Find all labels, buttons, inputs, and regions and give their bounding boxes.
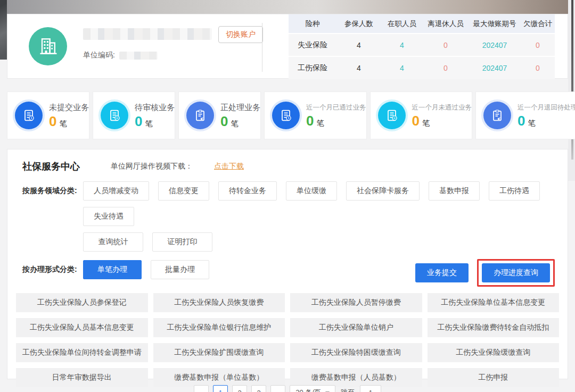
card-unit: 笔 [59,119,67,129]
pagination: ‹ 1 2 3 › 20 条/页 跳至 [0,385,575,392]
company-code-label: 单位编码: [83,51,115,60]
cell-arrears: 0 [521,34,555,56]
cell-max-period: 202407 [469,56,521,79]
domain-button[interactable]: 社会保障卡服务 [346,181,420,201]
service-button[interactable]: 工伤失业保险缴费待转金自动抵扣 [428,318,560,337]
domain-button[interactable]: 单位缓缴 [286,181,337,201]
cell-insurance-type: 失业保险 [289,34,336,56]
domain-filter-label: 按服务领域分类: [22,181,83,196]
service-button[interactable]: 工伤失业保险单位基本信息变更 [428,293,560,312]
service-button[interactable]: 缴费基数申报（单位基数） [153,368,285,387]
table-row: 工伤保险 4 4 0 202407 0 [289,56,555,79]
progress-query-button[interactable]: 办理进度查询 [482,263,550,282]
jump-page-input[interactable] [360,385,381,392]
card-count: 0 [518,114,525,128]
jump-to-label: 跳至 [341,385,355,392]
cell-retired-count: 0 [423,56,469,79]
cell-arrears: 0 [521,56,555,79]
card-unit: 笔 [231,119,238,129]
col-header: 离退休人员 [423,14,469,34]
domain-button[interactable]: 证明打印 [152,232,212,252]
card-rejected-month[interactable]: 近一个月未通过业务 0笔 [370,91,473,139]
section-title: 社保服务中心 [22,160,80,173]
service-button[interactable]: 缴费基数申报（人员基数） [290,368,422,387]
clipboard-arrow-icon [186,102,214,129]
card-label: 待审核业务 [135,103,175,113]
cell-max-period: 202407 [469,34,521,56]
card-label: 未提交业务 [49,103,89,113]
cell-insured-count: 4 [336,56,381,79]
page-button-1[interactable]: 1 [213,385,228,392]
company-code-redacted [119,52,158,60]
card-processing[interactable]: 正处理业务 0笔 [178,91,261,139]
domain-button[interactable]: 信息变更 [158,181,209,201]
domain-button[interactable]: 人员增减变动 [83,181,149,201]
service-button[interactable]: 工伤失业保险单位间待转金调整申请 [16,343,148,362]
service-button[interactable]: 工伤失业保险人员暂停缴费 [290,293,422,312]
card-unsubmitted[interactable]: 未提交业务 0笔 [7,91,89,139]
service-button[interactable]: 工伤失业保险缓缴查询 [428,343,560,362]
services-grid: 工伤失业保险人员参保登记 工伤失业保险人员恢复缴费 工伤失业保险人员暂停缴费 工… [16,293,559,392]
mode-button-single[interactable]: 单笔办理 [83,260,142,279]
service-center-panel: 社保服务中心 单位网厅操作视频下载： 点击下载 按服务领域分类: 人员增减变动 … [7,149,568,379]
mode-button-batch[interactable]: 批量办理 [151,260,209,279]
table-row: 失业保险 4 4 0 202407 0 [289,34,555,56]
card-pending-review[interactable]: 待审核业务 0笔 [93,91,175,139]
company-name-redacted [83,28,212,40]
company-panel: 切换账户 单位编码: 险种 参保人数 在职人员 离退休人员 最大做账期号 欠缴合… [7,14,568,79]
card-count: 0 [135,114,142,128]
submit-business-button[interactable]: 业务提交 [415,263,469,282]
prev-page-button[interactable]: ‹ [194,385,209,392]
table-header-row: 险种 参保人数 在职人员 离退休人员 最大做账期号 欠缴合计 [289,14,555,34]
card-unit: 笔 [145,119,152,129]
document-minus-icon [378,102,406,129]
card-label: 近一个月未通过业务 [412,103,472,112]
card-passed-month[interactable]: 近一个月已通过业务 0笔 [264,91,367,139]
service-button[interactable]: 工伤失业保险人员基本信息变更 [16,318,148,337]
domain-button[interactable]: 失业待遇 [83,207,134,226]
domain-button[interactable]: 工伤待遇 [489,181,540,201]
service-button[interactable]: 日常年审数据导出 [16,368,148,387]
col-header: 险种 [289,14,336,34]
card-unit: 笔 [316,119,324,128]
domain-button[interactable]: 基数申报 [429,181,480,201]
service-button[interactable]: 工伤失业保险单位销户 [290,318,422,337]
annotation-red-box: 办理进度查询 [477,259,555,287]
page-size-select[interactable]: 20 条/页 [290,385,335,392]
service-button[interactable]: 工伤失业保险单位银行信息维护 [153,318,285,337]
service-button[interactable]: 工伤失业保险人员参保登记 [16,293,148,312]
service-button[interactable]: 工伤失业保险特困缓缴查询 [290,343,422,362]
card-count: 0 [49,114,56,128]
next-page-button[interactable]: › [270,385,285,392]
cell-active-count: 4 [381,56,423,79]
card-returned-month[interactable]: 近一个月退回待处理 0笔 [475,91,575,139]
page-size-value: 20 条/页 [295,388,321,392]
clipboard-arrow-icon [483,102,511,129]
service-button[interactable]: 工伤申报 [428,368,560,387]
card-label: 近一个月退回待处理 [518,103,575,112]
domain-button[interactable]: 查询统计 [83,232,143,252]
card-count: 0 [306,114,314,128]
card-label: 正处理业务 [220,103,260,113]
service-button[interactable]: 工伤失业保险人员恢复缴费 [153,293,285,312]
background-left-blob [0,0,7,60]
col-header: 在职人员 [381,14,423,34]
mode-filter-label: 按办理形式分类: [22,260,83,274]
document-minus-icon [101,102,128,129]
document-clock-icon [272,102,300,129]
domain-button[interactable]: 待转金业务 [218,181,277,201]
divider [262,23,262,72]
cell-active-count: 4 [381,34,423,56]
cell-insured-count: 4 [336,34,381,56]
insurance-summary-table: 险种 参保人数 在职人员 离退休人员 最大做账期号 欠缴合计 失业保险 4 4 … [289,14,555,79]
cell-retired-count: 0 [423,34,469,56]
card-label: 近一个月已通过业务 [306,103,366,112]
document-clock-icon [15,102,43,129]
switch-account-button[interactable]: 切换账户 [218,26,263,43]
page-button-2[interactable]: 2 [232,385,247,392]
service-button[interactable]: 工伤失业保险扩围缓缴查询 [153,343,285,362]
card-unit: 笔 [528,119,535,128]
page-button-3[interactable]: 3 [251,385,266,392]
video-download-link[interactable]: 点击下载 [214,162,244,171]
building-icon [29,27,67,65]
